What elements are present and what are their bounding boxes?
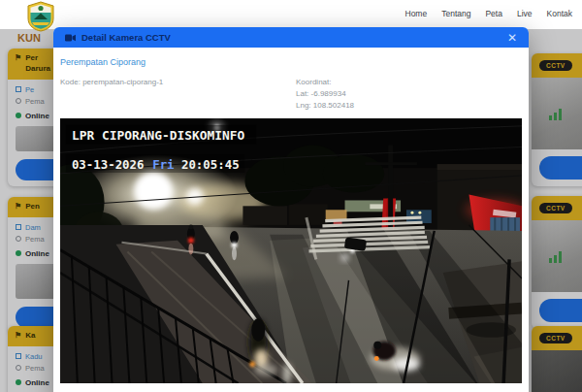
osd-time: 20:05:45 — [181, 158, 240, 172]
nav-item-live[interactable]: Live — [517, 9, 533, 18]
modal-body: Perempatan Ciporang Kode: perempatan-cip… — [53, 48, 529, 392]
latitude-value: Lat: -6.989934 — [296, 88, 354, 100]
nav-item-kontak[interactable]: Kontak — [547, 9, 572, 18]
top-navbar: Home Tentang Peta Live Kontak — [0, 0, 582, 29]
longitude-value: Lng: 108.502418 — [296, 100, 354, 112]
cctv-live-frame: LPR CIPORANG-DISKOMINFO 03-13-2026 Fri 2… — [60, 118, 522, 383]
coordinates-block: Koordinat: Lat: -6.989934 Lng: 108.50241… — [296, 77, 354, 112]
camera-name-link[interactable]: Perempatan Ciporang — [60, 57, 522, 67]
nav-menu: Home Tentang Peta Live Kontak — [405, 9, 573, 18]
cctv-detail-modal: Detail Kamera CCTV ✕ Perempatan Ciporang… — [53, 27, 529, 392]
osd-date: 03-13-2026 — [72, 158, 145, 172]
app-logo — [25, 1, 56, 32]
page: KUN ⚑ Per Darura Pe Pema Online ⚑ — [0, 0, 582, 392]
camera-code: Kode: perempatan-ciporang-1 — [60, 77, 296, 112]
modal-title: Detail Kamera CCTV — [81, 32, 171, 43]
osd-camera-label: LPR CIPORANG-DISKOMINFO — [72, 128, 245, 143]
nav-item-tentang[interactable]: Tentang — [441, 9, 470, 18]
nav-item-peta[interactable]: Peta — [485, 9, 502, 18]
close-icon[interactable]: ✕ — [507, 32, 517, 44]
nav-item-home[interactable]: Home — [405, 9, 428, 18]
modal-header: Detail Kamera CCTV ✕ — [53, 27, 529, 48]
video-camera-icon — [65, 34, 76, 42]
koordinat-label: Koordinat: — [296, 77, 354, 88]
osd-day: Fri — [152, 158, 175, 172]
